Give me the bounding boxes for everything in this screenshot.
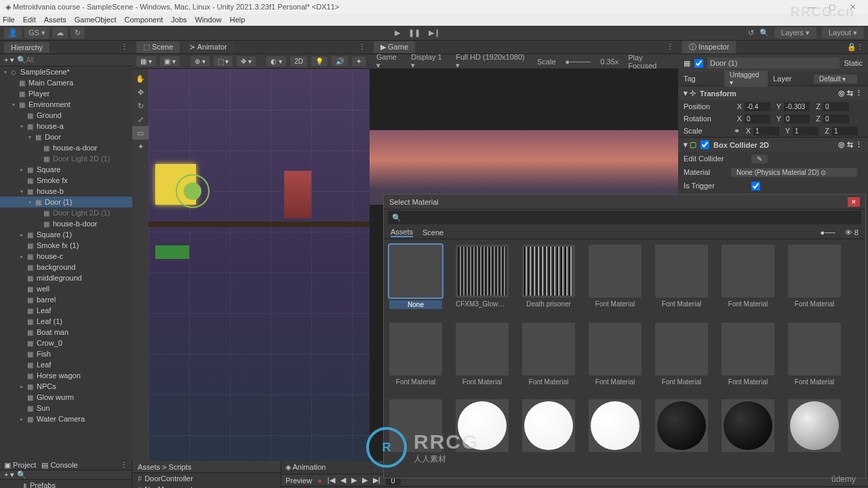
hierarchy-tree[interactable]: ▾◇SampleScene*▦Main Camera▦Player▾▦Envir… (0, 66, 132, 461)
hierarchy-item[interactable]: ▾▦Door (1) (0, 197, 132, 207)
layer-dropdown[interactable]: Default ▾ (814, 75, 857, 83)
hierarchy-search[interactable]: All (26, 56, 34, 64)
hierarchy-item[interactable]: ▸▦Square (0, 164, 132, 175)
is-trigger-checkbox[interactable] (751, 182, 760, 190)
hierarchy-item[interactable]: ▾▦Door (0, 131, 132, 142)
scl-x[interactable] (753, 127, 779, 136)
material-item[interactable]: Font Material (788, 245, 841, 309)
first-frame-icon[interactable]: |◀ (328, 476, 335, 485)
hierarchy-item[interactable]: ▾▦house-a (0, 121, 132, 131)
menu-jobs[interactable]: Jobs (171, 16, 186, 24)
play-anim-icon[interactable]: ▶ (351, 476, 357, 485)
hierarchy-item[interactable]: ▦Glow wurm (0, 392, 132, 403)
scene-tool-gizmo[interactable]: ◐ ▾ (267, 56, 286, 66)
hierarchy-item[interactable]: ▦middleground (0, 272, 132, 283)
search-icon[interactable]: 🔍 (760, 28, 769, 37)
modal-search-field[interactable]: 🔍 (388, 211, 861, 224)
menu-help[interactable]: Help (230, 16, 245, 24)
material-item[interactable]: Font Material (655, 245, 708, 309)
hierarchy-item[interactable]: ▦Boat man (0, 327, 132, 338)
hierarchy-item[interactable]: ▦well (0, 283, 132, 294)
material-field[interactable]: None (Physics Material 2D) ⊙ (731, 168, 857, 177)
modal-tab-assets[interactable]: Assets (391, 228, 413, 237)
pos-z[interactable] (823, 102, 849, 111)
animator-tab[interactable]: ≻ Animator (182, 41, 233, 53)
hierarchy-item[interactable]: ▦Leaf (1) (0, 316, 132, 327)
project-menu-icon[interactable]: ⋮ (120, 461, 127, 470)
menu-window[interactable]: Window (195, 16, 222, 24)
hierarchy-item[interactable]: ▦Leaf (0, 305, 132, 316)
create-dropdown-icon[interactable]: + ▾ (4, 56, 14, 64)
resolution-dropdown[interactable]: Full HD (1920x1080) ▾ (456, 53, 528, 70)
hand-tool-icon[interactable]: ✋ (132, 72, 149, 85)
script-file[interactable]: #NpcMovement (132, 484, 281, 488)
scale-tool-icon[interactable]: ⤢ (132, 113, 149, 126)
hierarchy-tab[interactable]: Hierarchy (4, 42, 50, 53)
move-tool-icon[interactable]: ✥ (132, 85, 149, 99)
material-item[interactable]: Font Material (788, 323, 841, 386)
scene-view[interactable] (149, 69, 370, 461)
scene-tool-grid[interactable]: ▣ ▾ (160, 56, 180, 66)
hierarchy-item[interactable]: ▦Crow_0 (0, 338, 132, 348)
undo-history-icon[interactable]: ↺ (748, 28, 754, 37)
hierarchy-item[interactable]: ▦Smoke fx (0, 175, 132, 186)
scene-menu-icon[interactable]: ⋮ (358, 43, 366, 52)
material-item[interactable]: Death prisoner (522, 245, 575, 309)
scene-tool-snap[interactable]: ⬚ ▾ (214, 56, 233, 66)
scene-tool-pivot[interactable]: ⊕ ▾ (191, 56, 210, 66)
scale-slider[interactable]: ●──── (566, 58, 591, 66)
material-item[interactable]: Font Material (456, 323, 509, 386)
pos-x[interactable] (745, 102, 770, 111)
material-item[interactable]: Font Material (389, 323, 442, 386)
script-file[interactable]: #DoorController (132, 473, 281, 484)
scene-tab[interactable]: ⬚ Scene (136, 41, 180, 53)
game-menu-icon[interactable]: ⋮ (667, 43, 674, 52)
inspector-menu-icon[interactable]: ⋮ (856, 43, 864, 52)
preview-button[interactable]: Preview (285, 476, 312, 485)
hierarchy-item[interactable]: ▦Player (0, 88, 132, 99)
hierarchy-item[interactable]: ▦house-a-door (0, 142, 132, 153)
last-frame-icon[interactable]: ▶| (373, 476, 380, 485)
hierarchy-item[interactable]: ▸▦NPCs (0, 381, 132, 392)
rotate-tool-icon[interactable]: ↻ (132, 99, 149, 113)
active-checkbox[interactable] (694, 59, 703, 68)
scene-tool-fx[interactable]: ✦ (352, 56, 366, 66)
menu-assets[interactable]: Assets (44, 16, 66, 24)
modal-slider[interactable]: ●── (821, 228, 835, 237)
material-item[interactable]: Font Material (589, 245, 642, 309)
hierarchy-item[interactable]: ▦Door Light 2D (1) (0, 207, 132, 218)
menu-file[interactable]: File (3, 16, 15, 24)
material-item[interactable]: Font Material (722, 245, 774, 309)
boxcollider-enabled[interactable] (701, 140, 709, 149)
lock-icon[interactable]: 🔒 (847, 43, 856, 52)
hierarchy-item[interactable]: ▦Smoke fx (1) (0, 240, 132, 251)
boxcollider-component[interactable]: ▾ ▢ Box Collider 2D◎ ⇆ ⋮ (678, 137, 868, 152)
console-tab[interactable]: ▤ Console (41, 461, 77, 470)
pos-y[interactable] (784, 102, 810, 111)
material-item[interactable] (589, 399, 642, 455)
static-label[interactable]: Static (844, 59, 863, 67)
transform-component[interactable]: ▾ ⊹Transform◎ ⇆ ⋮ (678, 85, 868, 100)
play-button[interactable]: ▶ (395, 28, 400, 37)
hierarchy-item[interactable]: ▦barrel (0, 294, 132, 305)
project-add-icon[interactable]: + ▾ (4, 470, 14, 479)
folder-item[interactable]: ▮Prefabs (0, 480, 132, 488)
menu-edit[interactable]: Edit (23, 16, 36, 24)
hierarchy-item[interactable]: ▦background (0, 262, 132, 272)
hierarchy-item[interactable]: ▦Door Light 2D (1) (0, 153, 132, 164)
step-button[interactable]: ▶❙ (429, 28, 440, 37)
material-item[interactable]: CFXM3_GlowDot ... (456, 245, 509, 309)
hierarchy-item[interactable]: ▦Ground (0, 110, 132, 121)
hierarchy-item[interactable]: ▾▦Environment (0, 99, 132, 110)
cloud-icon[interactable]: ☁ (52, 27, 68, 39)
rot-y[interactable] (784, 115, 810, 123)
material-item[interactable]: Font Material (589, 323, 642, 386)
inspector-tab[interactable]: ⓘ Inspector (682, 41, 736, 54)
next-frame-icon[interactable]: ▶ (362, 476, 368, 485)
scl-z[interactable] (832, 127, 858, 136)
scl-y[interactable] (793, 127, 818, 136)
hierarchy-item[interactable]: ▾◇SampleScene* (0, 66, 132, 77)
hierarchy-item[interactable]: ▦Fish (0, 348, 132, 359)
project-folders[interactable]: ▮Prefabs▮Scenes▮Scripts▮Settings▾▮Shader… (0, 480, 132, 488)
hierarchy-item[interactable]: ▸▦Water Camera (0, 413, 132, 424)
